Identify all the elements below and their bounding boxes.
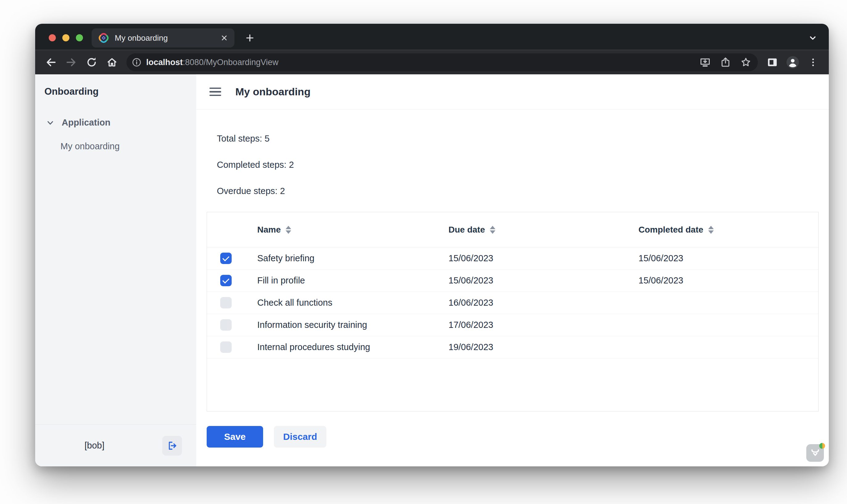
drawer-toggle-button[interactable] [210, 88, 221, 96]
app-title: Onboarding [35, 74, 196, 97]
vaadin-logo-icon [810, 448, 821, 458]
view-header: My onboarding [196, 74, 829, 109]
row-checkbox[interactable] [220, 319, 232, 331]
cell-name: Internal procedures studying [247, 342, 438, 352]
home-icon[interactable] [103, 53, 121, 71]
share-icon[interactable] [717, 53, 734, 71]
cell-due-date: 17/06/2023 [438, 320, 628, 330]
tab-close-icon[interactable] [220, 34, 228, 42]
cell-due-date: 16/06/2023 [438, 298, 628, 308]
forward-arrow-icon[interactable] [62, 53, 80, 71]
sidebar-item-my-onboarding[interactable]: My onboarding [60, 141, 196, 151]
cell-due-date: 19/06/2023 [438, 342, 628, 352]
sign-out-icon [166, 440, 178, 451]
logout-button[interactable] [162, 436, 182, 455]
reload-icon[interactable] [83, 53, 101, 71]
cell-name: Check all functions [247, 298, 438, 308]
page-title: My onboarding [235, 86, 311, 98]
tab-overflow-chevron-icon[interactable] [808, 33, 818, 43]
cell-due-date: 15/06/2023 [438, 253, 628, 264]
url-text: localhost:8080/MyOnboardingView [146, 58, 694, 67]
browser-window: My onboarding [35, 24, 829, 466]
window-controls [49, 34, 83, 41]
app-sidebar: Onboarding Application My onboarding [bo… [35, 74, 196, 466]
save-button[interactable]: Save [207, 426, 263, 448]
cell-name: Fill in profile [247, 275, 438, 286]
table-header-row: Name Due date Completed date [207, 212, 818, 247]
profile-avatar-icon[interactable] [784, 53, 801, 71]
column-label: Name [257, 225, 281, 235]
minimize-window-button[interactable] [62, 34, 69, 41]
sort-arrows-icon [286, 226, 291, 234]
stat-total-steps: Total steps: 5 [217, 133, 829, 144]
column-label: Due date [449, 225, 485, 235]
column-label: Completed date [638, 225, 703, 235]
close-window-button[interactable] [49, 34, 56, 41]
stat-overdue-steps: Overdue steps: 2 [217, 186, 829, 196]
column-header-due-date[interactable]: Due date [438, 225, 628, 235]
install-app-icon[interactable] [696, 53, 714, 71]
cell-checkbox [207, 319, 247, 331]
vaadin-favicon-icon [98, 32, 109, 44]
cell-due-date: 15/06/2023 [438, 275, 628, 286]
table-row: Information security training 17/06/2023 [207, 314, 818, 336]
row-checkbox[interactable] [220, 341, 232, 353]
browser-tab[interactable]: My onboarding [92, 29, 234, 48]
kebab-menu-icon[interactable] [804, 53, 822, 71]
form-actions: Save Discard [207, 426, 829, 448]
browser-tab-strip: My onboarding [35, 24, 829, 50]
row-checkbox[interactable] [220, 275, 232, 286]
section-chevron-down-icon [46, 118, 55, 127]
sidebar-section-application[interactable]: Application [46, 118, 196, 128]
side-panel-icon[interactable] [763, 53, 781, 71]
table-row: Check all functions 16/06/2023 [207, 292, 818, 314]
back-arrow-icon[interactable] [42, 53, 60, 71]
sidebar-footer: [bob] [35, 425, 196, 466]
onboarding-steps-table: Name Due date Completed date [207, 212, 818, 412]
maximize-window-button[interactable] [76, 34, 83, 41]
sort-arrows-icon [490, 226, 495, 234]
cell-checkbox [207, 297, 247, 308]
table-row: Internal procedures studying 19/06/2023 [207, 336, 818, 358]
new-tab-button[interactable] [245, 33, 255, 43]
main-view: My onboarding Total steps: 5 Completed s… [196, 74, 829, 466]
column-header-name[interactable]: Name [247, 225, 438, 235]
current-user-label: [bob] [85, 440, 105, 451]
cell-checkbox [207, 275, 247, 286]
cell-name: Information security training [247, 320, 438, 330]
row-checkbox[interactable] [220, 297, 232, 308]
address-bar[interactable]: localhost:8080/MyOnboardingView [126, 53, 758, 71]
url-host: localhost [146, 58, 183, 67]
browser-toolbar: localhost:8080/MyOnboardingView [35, 50, 829, 74]
bookmark-star-icon[interactable] [737, 53, 755, 71]
desktop-background: My onboarding [0, 0, 847, 504]
dev-tools-status-dot [819, 443, 825, 449]
column-header-completed-date[interactable]: Completed date [628, 225, 818, 235]
vaadin-dev-tools-button[interactable] [806, 444, 824, 462]
cell-checkbox [207, 253, 247, 264]
cell-checkbox [207, 341, 247, 353]
stat-completed-steps: Completed steps: 2 [217, 160, 829, 170]
tab-title: My onboarding [115, 33, 215, 43]
cell-completed-date: 15/06/2023 [628, 253, 818, 264]
page-content: Onboarding Application My onboarding [bo… [35, 74, 829, 466]
cell-completed-date: 15/06/2023 [628, 275, 818, 286]
site-info-icon[interactable] [131, 57, 142, 68]
discard-button[interactable]: Discard [274, 426, 326, 448]
row-checkbox[interactable] [220, 253, 232, 264]
table-row: Fill in profile 15/06/2023 15/06/2023 [207, 270, 818, 292]
section-label: Application [62, 118, 110, 128]
cell-name: Safety briefing [247, 253, 438, 264]
table-row: Safety briefing 15/06/2023 15/06/2023 [207, 247, 818, 270]
sort-arrows-icon [708, 226, 714, 234]
url-path: :8080/MyOnboardingView [183, 58, 278, 67]
stats-block: Total steps: 5 Completed steps: 2 Overdu… [196, 109, 829, 196]
table-body: Safety briefing 15/06/2023 15/06/2023 Fi… [207, 247, 818, 358]
